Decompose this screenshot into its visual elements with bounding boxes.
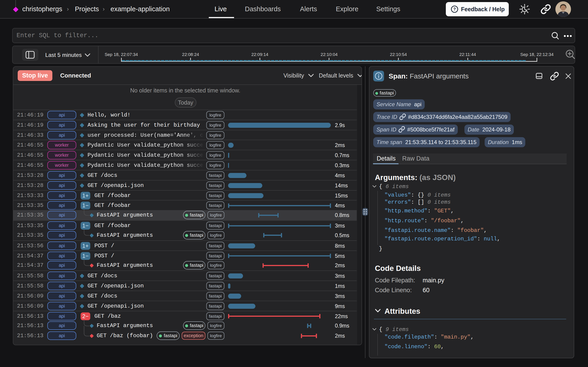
svg-text:?: ? (453, 7, 456, 11)
